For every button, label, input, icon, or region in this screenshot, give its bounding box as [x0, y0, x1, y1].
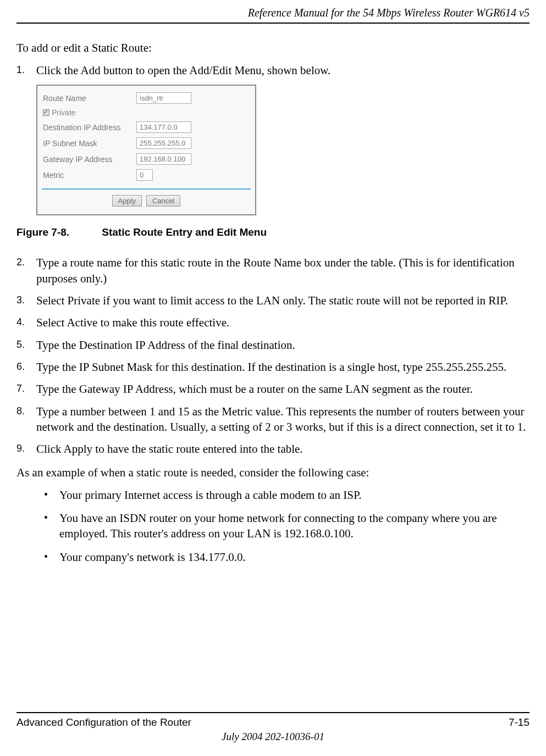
- label-private: Private: [52, 108, 76, 117]
- input-dest-ip: 134.177.0.0: [136, 121, 191, 133]
- label-subnet: IP Subnet Mask: [43, 139, 136, 148]
- label-metric: Metric: [43, 171, 136, 180]
- caption-text: Static Route Entry and Edit Menu: [102, 226, 267, 238]
- row-metric: Metric 0: [43, 167, 250, 183]
- step-1: Click the Add button to open the Add/Edi…: [16, 63, 530, 78]
- figure-button-row: Apply Cancel: [43, 195, 250, 207]
- figure-caption: Figure 7-8. Static Route Entry and Edit …: [16, 226, 530, 238]
- input-metric: 0: [136, 169, 153, 181]
- page-footer: Advanced Configuration of the Router 7-1…: [16, 712, 530, 743]
- step-5: Type the Destination IP Address of the f…: [16, 337, 530, 353]
- bullet-2: You have an ISDN router on your home net…: [44, 510, 530, 542]
- input-route-name: isdn_rtr: [136, 92, 191, 104]
- step-8: Type a number between 1 and 15 as the Me…: [16, 404, 530, 435]
- figure-divider: [42, 188, 251, 190]
- step-6: Type the IP Subnet Mask for this destina…: [16, 359, 530, 375]
- row-subnet: IP Subnet Mask 255.255.255.0: [43, 135, 250, 151]
- figure-screenshot: Route Name isdn_rtr Private Destination …: [36, 85, 256, 215]
- step-3: Select Private if you want to limit acce…: [16, 293, 530, 308]
- steps-list: Click the Add button to open the Add/Edi…: [16, 63, 530, 78]
- input-gateway: 192.168.0.100: [136, 153, 191, 165]
- running-header: Reference Manual for the 54 Mbps Wireles…: [16, 0, 530, 23]
- bullet-1: Your primary Internet access is through …: [44, 487, 530, 503]
- label-route-name: Route Name: [43, 94, 136, 103]
- label-dest-ip: Destination IP Address: [43, 123, 136, 132]
- example-intro: As an example of when a static route is …: [16, 466, 530, 480]
- row-route-name: Route Name isdn_rtr: [43, 90, 250, 106]
- steps-list-cont: Type a route name for this static route …: [16, 255, 530, 457]
- row-gateway: Gateway IP Address 192.168.0.100: [43, 151, 250, 167]
- apply-button: Apply: [112, 195, 142, 207]
- cancel-button: Cancel: [146, 195, 180, 207]
- footer-section: Advanced Configuration of the Router: [16, 716, 191, 729]
- step-2: Type a route name for this static route …: [16, 255, 530, 286]
- footer-date: July 2004 202-10036-01: [16, 731, 530, 743]
- row-dest-ip: Destination IP Address 134.177.0.0: [43, 119, 250, 135]
- bullet-3: Your company's network is 134.177.0.0.: [44, 549, 530, 565]
- caption-label: Figure 7-8.: [16, 226, 99, 238]
- step-4: Select Active to make this route effecti…: [16, 315, 530, 330]
- step-7: Type the Gateway IP Address, which must …: [16, 381, 530, 397]
- footer-rule: [16, 712, 530, 713]
- example-bullets: Your primary Internet access is through …: [16, 487, 530, 565]
- footer-page: 7-15: [509, 716, 530, 729]
- intro-text: To add or edit a Static Route:: [16, 41, 530, 55]
- input-subnet: 255.255.255.0: [136, 137, 191, 149]
- header-rule: [16, 23, 530, 24]
- label-gateway: Gateway IP Address: [43, 155, 136, 164]
- row-private: Private: [43, 106, 250, 119]
- step-9: Click Apply to have the static route ent…: [16, 441, 530, 457]
- checkbox-private: [43, 109, 49, 116]
